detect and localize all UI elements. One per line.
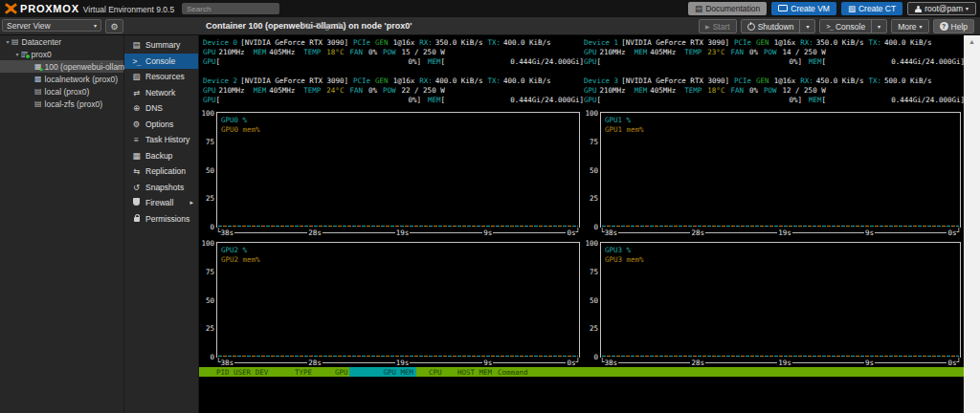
menu-item-snapshots[interactable]: ↺Snapshots <box>124 180 198 196</box>
expander-icon[interactable]: ▾ <box>4 38 11 45</box>
proxmox-app: PROXMOX Virtual Environment 9.0.5 ▤ Docu… <box>0 0 980 413</box>
expander-icon[interactable]: ▾ <box>13 51 21 57</box>
col-gpu: GPU <box>335 368 348 377</box>
pencil-icon: ✎ <box>337 21 345 31</box>
chevron-down-icon: ▾ <box>806 24 809 30</box>
snapshots-icon: ↺ <box>130 183 143 192</box>
console-scrollbar[interactable]: ▲ <box>964 35 980 413</box>
user-menu-button[interactable]: root@pam ▾ <box>907 2 976 15</box>
zero-data-line <box>218 226 578 227</box>
summary-icon: ▤ <box>130 40 143 50</box>
storage-icon: ▤ <box>34 100 42 108</box>
running-play-icon: ▶ <box>40 67 44 72</box>
gpu-device-1: Device 1[NVIDIA GeForce RTX 3090]PCIeGEN… <box>584 38 964 67</box>
task-history-icon: ≡ <box>130 135 143 144</box>
legend-gpu-util: GPU1 % <box>605 116 644 125</box>
y-axis-labels: 1007550250 <box>583 109 598 231</box>
tree-item-datacenter[interactable]: ▾ ▤ Datacenter <box>0 35 123 48</box>
y-axis-labels: 1007550250 <box>199 239 214 361</box>
menu-item-console[interactable]: >_Console <box>124 54 198 70</box>
col-gpu-mem-sorted: GPU MEM <box>349 367 416 377</box>
permissions-lock-icon <box>134 217 140 222</box>
terminal-prompt-icon: >_ <box>826 23 832 31</box>
play-icon: ▶ <box>705 24 710 30</box>
col-host-mem: HOST MEM <box>457 368 492 377</box>
legend-gpu-mem: GPU3 mem% <box>605 255 644 265</box>
lxc-container-icon: ▦▶ <box>34 63 42 71</box>
menu-item-dns[interactable]: ⊕DNS <box>124 100 198 117</box>
more-button[interactable]: More ▾ <box>891 19 928 33</box>
legend-gpu-mem: GPU1 mem% <box>605 125 644 135</box>
menu-item-backup[interactable]: ▦Backup <box>124 148 198 164</box>
x-axis-labels: └38s28s19s9s0s┘ <box>216 358 580 367</box>
chevron-down-icon: ▾ <box>94 23 97 29</box>
dns-globe-icon: ⊕ <box>130 103 143 113</box>
menu-item-task-history[interactable]: ≡Task History <box>124 132 198 148</box>
button-divider <box>871 20 872 33</box>
menu-item-firewall[interactable]: Firewall▸ <box>124 195 198 211</box>
storage-icon: ▤ <box>34 88 42 96</box>
server-view-select[interactable]: Server View ▾ <box>2 19 101 32</box>
menu-item-resources[interactable]: ▧Resources <box>124 69 198 85</box>
col-type: TYPE <box>295 368 312 377</box>
network-grid-icon: ▩ <box>34 76 42 83</box>
create-vm-button[interactable]: Create VM <box>771 2 836 15</box>
monitor-icon <box>778 5 788 11</box>
help-button[interactable]: ? Help <box>933 19 974 33</box>
datacenter-icon: ▤ <box>11 38 19 46</box>
plot-area: GPU1 %GPU1 mem% <box>600 112 961 228</box>
start-button[interactable]: ▶ Start <box>699 19 737 33</box>
tree-settings-gear-button[interactable]: ⚙ <box>105 19 123 33</box>
console-display[interactable]: Device 0[NVIDIA GeForce RTX 3090]PCIeGEN… <box>199 35 964 413</box>
gpu-device-0: Device 0[NVIDIA GeForce RTX 3090]PCIeGEN… <box>203 38 584 67</box>
zero-data-line <box>602 226 959 227</box>
legend-gpu-mem: GPU2 mem% <box>221 255 260 265</box>
documentation-button[interactable]: ▤ Documentation <box>688 2 767 15</box>
scroll-up-arrow[interactable]: ▲ <box>964 35 980 48</box>
tree-item-storage-local-zfs[interactable]: ▤ local-zfs (prox0) <box>0 98 123 110</box>
menu-item-network[interactable]: ⇄Network <box>124 85 198 101</box>
col-cpu: CPU <box>429 368 442 377</box>
menu-item-options[interactable]: ⚙Options <box>124 117 198 133</box>
tree-item-node-prox0[interactable]: ▾ ▥ prox0 <box>0 48 123 60</box>
brand-name: PROXMOX <box>20 3 79 14</box>
options-gear-icon: ⚙ <box>130 120 143 129</box>
search-input[interactable] <box>182 3 279 14</box>
menu-item-permissions[interactable]: Permissions <box>124 211 198 228</box>
power-icon <box>747 23 755 31</box>
context-toolbar: Server View ▾ ⚙ Container 100 (openwebui… <box>0 17 980 35</box>
node-icon: ▥ <box>21 51 29 58</box>
zero-data-line <box>218 356 578 357</box>
col-command: Command <box>498 368 528 377</box>
menu-item-replication[interactable]: ⇆Replication <box>124 163 198 180</box>
gear-icon: ⚙ <box>110 22 118 32</box>
tree-item-localnetwork[interactable]: ▩ localnetwork (prox0) <box>0 73 123 85</box>
container-icon: ▧ <box>848 4 856 13</box>
tree-item-ct-100[interactable]: ▦▶ 100 (openwebui-ollama) <box>0 60 123 73</box>
legend-gpu-util: GPU3 % <box>605 246 644 255</box>
tree-item-storage-local[interactable]: ▤ local (prox0) <box>0 85 123 98</box>
col-pid-user-dev: PID USER DEV <box>216 368 268 377</box>
tags-field[interactable]: No Tags ✎ <box>302 21 344 31</box>
user-icon <box>915 6 922 12</box>
shutdown-button[interactable]: Shutdown ▾ <box>741 19 816 33</box>
create-ct-button[interactable]: ▧ Create CT <box>841 2 902 15</box>
firewall-shield-icon <box>133 198 140 206</box>
zero-data-line <box>602 356 959 357</box>
menu-item-summary[interactable]: ▤Summary <box>124 37 198 54</box>
console-button[interactable]: >_ Console ▾ <box>819 19 887 33</box>
resource-tree: ▾ ▤ Datacenter ▾ ▥ prox0 ▦▶ 100 (openweb… <box>0 35 124 413</box>
backup-icon: ▦ <box>130 151 143 161</box>
chevron-down-icon: ▾ <box>920 24 923 30</box>
x-axis-labels: └38s28s19s9s0s┘ <box>600 358 961 367</box>
button-divider <box>799 20 800 33</box>
legend-gpu-mem: GPU0 mem% <box>221 125 260 135</box>
chevron-right-icon: ▸ <box>189 199 193 206</box>
proxmox-logo-icon <box>4 3 18 14</box>
plot-area: GPU2 %GPU2 mem% <box>216 242 580 358</box>
top-header-bar: PROXMOX Virtual Environment 9.0.5 ▤ Docu… <box>0 0 980 17</box>
y-axis-labels: 1007550250 <box>199 109 214 231</box>
network-icon: ⇄ <box>130 88 143 98</box>
chevron-down-icon: ▾ <box>878 24 880 30</box>
console-icon: >_ <box>130 56 143 66</box>
